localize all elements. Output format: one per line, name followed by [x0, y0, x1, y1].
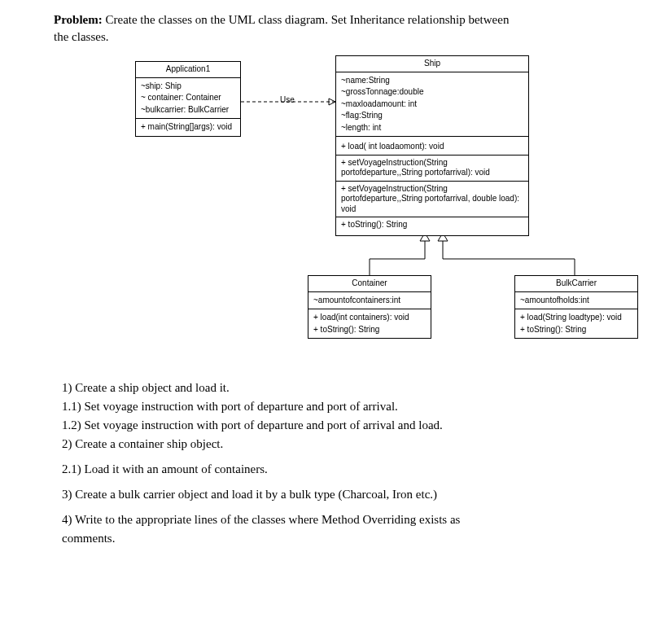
uml-class-bulkcarrier: BulkCarrier ~amountofholds:int + load(St… — [514, 275, 638, 339]
problem-header: Problem: Create the classes on the UML c… — [54, 13, 652, 27]
uml-attr-section: ~amountofholds:int — [515, 292, 637, 310]
uml-op: + load(String loadtype): void — [520, 312, 632, 324]
uml-op-section: + load( int loadaomont): void + setVoyag… — [336, 137, 528, 235]
uml-class-title: BulkCarrier — [515, 276, 637, 292]
uml-class-application1: Application1 ~ship: Ship ~ container: Co… — [135, 61, 241, 137]
use-dependency-label: Use — [280, 95, 295, 104]
uml-op-section: + load(int containers): void + toString(… — [308, 309, 431, 338]
uml-diagram: Application1 ~ship: Ship ~ container: Co… — [54, 47, 665, 357]
uml-attr: ~grossTonnage:double — [341, 86, 523, 99]
uml-op: + load( int loadaomont): void — [336, 139, 528, 156]
uml-class-title: Container — [308, 276, 431, 292]
uml-attr-section: ~amountofcontainers:int — [308, 292, 431, 310]
task-item: 4) Write to the appropriate lines of the… — [62, 513, 652, 527]
uml-attr: ~maxloadamount: int — [341, 99, 523, 111]
uml-attr: ~amountofcontainers:int — [313, 295, 426, 307]
uml-class-container: Container ~amountofcontainers:int + load… — [308, 275, 431, 339]
uml-op: + toString(): String — [313, 324, 426, 336]
uml-attr-section: ~name:String ~grossTonnage:double ~maxlo… — [336, 72, 528, 138]
uml-op: + setVoyageInstruction(String portofdepa… — [336, 156, 528, 182]
uml-attr-section: ~ship: Ship ~ container: Container ~bulk… — [136, 78, 240, 120]
uml-attr: ~length: int — [341, 122, 523, 134]
uml-attr: ~bulkcarrier: BulkCarrier — [141, 104, 235, 116]
uml-class-ship: Ship ~name:String ~grossTonnage:double ~… — [335, 55, 529, 236]
task-item: comments. — [62, 532, 652, 545]
uml-op-section: + load(String loadtype): void + toString… — [515, 309, 637, 338]
task-item: 3) Create a bulk carrier object and load… — [62, 488, 652, 502]
uml-op-section: + main(String[]args): void — [136, 119, 240, 136]
uml-class-title: Ship — [336, 56, 528, 72]
problem-text-b: the classes. — [54, 30, 652, 44]
uml-op: + toString(): String — [341, 217, 523, 233]
uml-class-title: Application1 — [136, 62, 240, 78]
problem-text-a: Create the classes on the UML class diag… — [105, 13, 509, 26]
task-list: 1) Create a ship object and load it. 1.1… — [62, 381, 652, 545]
uml-op: + main(String[]args): void — [141, 121, 235, 134]
uml-attr: ~ship: Ship — [141, 81, 235, 93]
uml-attr: ~ container: Container — [141, 92, 235, 104]
uml-attr: ~amountofholds:int — [520, 295, 632, 307]
task-item: 1.1) Set voyage instruction with port of… — [62, 400, 652, 414]
task-item: 1.2) Set voyage instruction with port of… — [62, 418, 652, 432]
uml-attr: ~name:String — [341, 75, 523, 87]
uml-attr: ~flag:String — [341, 110, 523, 122]
problem-label: Problem: — [54, 13, 103, 26]
task-item: 2) Create a container ship object. — [62, 437, 652, 451]
task-item: 2.1) Load it with an amount of container… — [62, 462, 652, 476]
uml-op: + load(int containers): void — [313, 312, 426, 324]
task-item: 1) Create a ship object and load it. — [62, 381, 652, 395]
uml-op: + setVoyageInstruction(String portofdepa… — [336, 182, 528, 218]
uml-op: + toString(): String — [520, 324, 632, 336]
